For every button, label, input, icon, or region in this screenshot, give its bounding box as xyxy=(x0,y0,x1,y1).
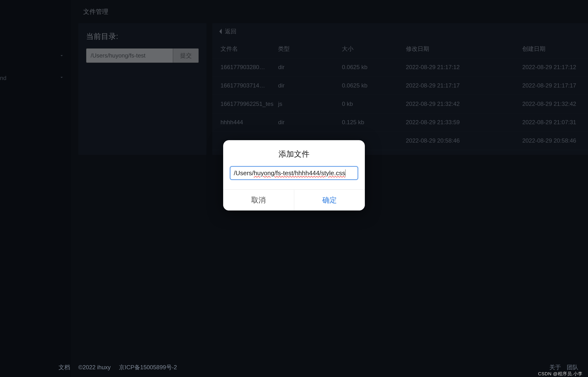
footer-icp[interactable]: 京ICP备15005899号-2 xyxy=(119,364,177,371)
input-text-squiggle: huyong/fs-test/hhhh444/style.css xyxy=(254,169,345,177)
input-text-plain: /Users/ xyxy=(234,169,254,177)
cancel-button[interactable]: 取消 xyxy=(223,190,294,211)
footer-right-links[interactable]: 关于 团队 xyxy=(549,364,578,371)
ok-button[interactable]: 确定 xyxy=(294,190,365,211)
footer-docs[interactable]: 文档 xyxy=(59,364,70,371)
modal-actions: 取消 确定 xyxy=(223,189,365,211)
modal-title: 添加文件 xyxy=(223,140,365,166)
modal-overlay[interactable]: 添加文件 /Users/huyong/fs-test/hhhh444/style… xyxy=(0,0,588,377)
add-file-modal: 添加文件 /Users/huyong/fs-test/hhhh444/style… xyxy=(223,140,365,211)
watermark: CSDN @程序员.小李 xyxy=(538,371,583,377)
text-caret xyxy=(345,169,346,177)
add-file-input[interactable]: /Users/huyong/fs-test/hhhh444/style.css xyxy=(230,166,358,180)
